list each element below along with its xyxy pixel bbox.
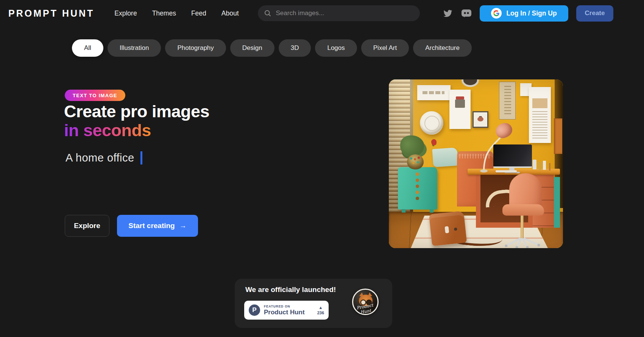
filter-pill-design[interactable]: Design [230,39,274,57]
search-icon [264,9,271,17]
nav-link-themes[interactable]: Themes [152,9,176,17]
start-creating-button[interactable]: Start creating → [117,215,198,237]
create-button[interactable]: Create [576,5,613,22]
launch-announcement-card: We are officially launched! P FEATURED O… [235,279,392,328]
login-signup-button[interactable]: Log In / Sign Up [480,5,568,22]
scene-lamp-and-chair-base [389,79,563,248]
navbar: PROMPT HUNT Explore Themes Feed About [0,0,644,26]
scene-satchel-bag [429,211,467,246]
filter-pill-all[interactable]: All [72,39,103,57]
scene-chair-pole [521,215,524,238]
product-hunt-badge-text: FEATURED ON Product Hunt [264,305,305,316]
brand-logo[interactable]: PROMPT HUNT [8,8,94,19]
featured-on-label: FEATURED ON [264,305,305,308]
hero-title-line1: Create pro images [64,102,209,121]
search-bar[interactable] [258,5,420,21]
scene-chair-seat [502,204,544,216]
filter-pill-3d[interactable]: 3D [279,39,311,57]
product-hunt-badge[interactable]: P FEATURED ON Product Hunt ▲ 236 [244,301,329,320]
navbar-actions: Log In / Sign Up Create [443,5,613,22]
filter-pill-pixel-art[interactable]: Pixel Art [361,39,409,57]
product-hunt-cat-avatar[interactable]: Product Hunt [352,289,379,315]
login-signup-label: Log In / Sign Up [506,9,557,17]
search-input[interactable] [276,9,414,17]
filter-pill-photography[interactable]: Photography [165,39,226,57]
hero-image [389,79,563,248]
prompt-input[interactable]: A home office [65,151,142,165]
twitter-icon[interactable] [443,9,453,18]
category-filter-bar: All Illustration Photography Design 3D L… [72,39,472,57]
main-nav: Explore Themes Feed About [114,9,239,17]
start-creating-label: Start creating [128,222,175,230]
hero-cta-row: Explore Start creating → [65,215,198,237]
avatar-script-text: Product Hunt [352,302,378,315]
nav-link-explore[interactable]: Explore [114,9,137,17]
explore-button[interactable]: Explore [65,215,109,237]
discord-icon[interactable] [461,9,472,18]
prompt-text: A home office [65,152,134,164]
text-cursor [140,151,142,165]
scene-keyboard [496,170,517,172]
upvote-icon: ▲ [318,305,323,310]
upvote-number: 236 [317,311,324,315]
arrow-right-icon: → [179,222,187,230]
create-label: Create [585,9,605,17]
upvote-count: ▲ 236 [317,305,324,315]
hero-title: Create pro images in seconds [64,102,209,140]
hero-title-line2: in seconds [64,121,151,140]
nav-link-feed[interactable]: Feed [191,9,206,17]
nav-link-about[interactable]: About [221,9,239,17]
product-hunt-logo: P [249,304,260,316]
product-hunt-name: Product Hunt [264,309,305,315]
filter-pill-architecture[interactable]: Architecture [413,39,472,57]
filter-pill-logos[interactable]: Logos [315,39,357,57]
filter-pill-illustration[interactable]: Illustration [108,39,161,57]
google-icon [491,8,502,19]
launch-title: We are officially launched! [245,286,336,294]
scene-monitor [493,144,532,168]
text-to-image-badge: TEXT TO IMAGE [65,90,125,101]
scene-desk-clutter [533,160,536,169]
